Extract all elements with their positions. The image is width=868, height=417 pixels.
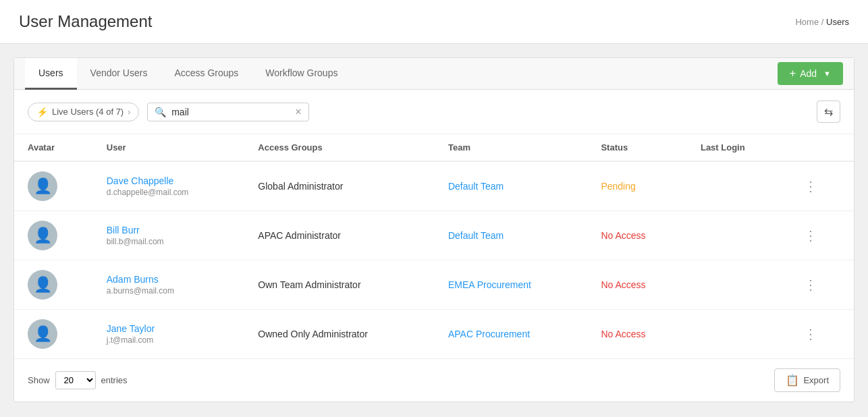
user-name[interactable]: Jane Taylor bbox=[107, 323, 232, 334]
user-email: d.chappelle@mail.com bbox=[107, 188, 232, 197]
cell-team: APAC Procurement bbox=[435, 310, 587, 359]
team-link[interactable]: EMEA Procurement bbox=[448, 279, 531, 290]
row-more-button[interactable]: ⋮ bbox=[800, 177, 821, 196]
table-body: 👤 Dave Chappelle d.chappelle@mail.com Gl… bbox=[14, 161, 854, 358]
cell-status: No Access bbox=[587, 310, 687, 359]
cell-status: No Access bbox=[587, 211, 687, 260]
user-email: bill.b@mail.com bbox=[107, 237, 232, 246]
col-actions bbox=[786, 134, 854, 161]
tabs-bar: Users Vendor Users Access Groups Workflo… bbox=[14, 58, 854, 90]
user-avatar-icon: 👤 bbox=[34, 325, 52, 343]
row-more-button[interactable]: ⋮ bbox=[800, 226, 821, 245]
page-header: User Management Home / Users bbox=[0, 0, 868, 44]
cell-last-login bbox=[687, 211, 786, 260]
table-row: 👤 Bill Burr bill.b@mail.com APAC Adminis… bbox=[14, 211, 854, 260]
main-content: Users Vendor Users Access Groups Workflo… bbox=[13, 57, 855, 402]
breadcrumb-home[interactable]: Home bbox=[795, 17, 819, 27]
cell-last-login bbox=[687, 310, 786, 359]
chevron-down-icon: ▼ bbox=[823, 70, 831, 78]
clear-search-button[interactable]: × bbox=[295, 107, 301, 117]
cell-actions: ⋮ bbox=[786, 310, 854, 359]
cell-avatar: 👤 bbox=[14, 310, 93, 359]
cell-user: Jane Taylor j.t@mail.com bbox=[93, 310, 245, 359]
tab-workflow-groups[interactable]: Workflow Groups bbox=[252, 58, 351, 90]
cell-access-group: APAC Administrator bbox=[244, 211, 435, 260]
col-user: User bbox=[93, 134, 245, 161]
avatar: 👤 bbox=[28, 270, 57, 300]
cell-status: No Access bbox=[587, 260, 687, 310]
table-row: 👤 Jane Taylor j.t@mail.com Owned Only Ad… bbox=[14, 310, 854, 359]
cell-actions: ⋮ bbox=[786, 260, 854, 310]
breadcrumb-current: Users bbox=[826, 17, 849, 27]
team-link[interactable]: Default Team bbox=[448, 181, 504, 192]
export-file-icon: 📋 bbox=[786, 374, 799, 387]
cell-team: Default Team bbox=[435, 161, 587, 211]
cell-last-login bbox=[687, 161, 786, 211]
col-access-groups: Access Groups bbox=[244, 134, 435, 161]
cell-team: Default Team bbox=[435, 211, 587, 260]
user-name[interactable]: Bill Burr bbox=[107, 225, 232, 235]
entries-select[interactable]: 20 10 50 100 bbox=[55, 371, 96, 389]
tab-access-groups[interactable]: Access Groups bbox=[161, 58, 252, 90]
col-avatar: Avatar bbox=[14, 134, 93, 161]
status-badge: No Access bbox=[601, 329, 645, 339]
show-entries: Show 20 10 50 100 entries bbox=[28, 371, 128, 389]
status-badge: No Access bbox=[601, 230, 645, 241]
search-box: 🔍 × bbox=[147, 103, 308, 121]
avatar: 👤 bbox=[28, 171, 57, 201]
user-email: j.t@mail.com bbox=[107, 335, 232, 345]
status-badge: No Access bbox=[601, 279, 645, 290]
cell-avatar: 👤 bbox=[14, 260, 93, 310]
row-more-button[interactable]: ⋮ bbox=[800, 275, 821, 294]
bolt-icon: ⚡ bbox=[36, 107, 48, 117]
add-button-label: Add bbox=[800, 68, 817, 79]
live-users-filter[interactable]: ⚡ Live Users (4 of 7) › bbox=[28, 103, 139, 121]
live-users-label: Live Users (4 of 7) bbox=[52, 107, 124, 117]
col-last-login: Last Login bbox=[687, 134, 786, 161]
avatar: 👤 bbox=[28, 221, 57, 250]
cell-avatar: 👤 bbox=[14, 161, 93, 211]
search-icon: 🔍 bbox=[155, 107, 166, 117]
avatar: 👤 bbox=[28, 319, 57, 349]
cell-avatar: 👤 bbox=[14, 211, 93, 260]
col-status: Status bbox=[587, 134, 687, 161]
cell-user: Bill Burr bill.b@mail.com bbox=[93, 211, 245, 260]
user-avatar-icon: 👤 bbox=[34, 227, 52, 244]
page-title: User Management bbox=[19, 12, 152, 31]
team-link[interactable]: APAC Procurement bbox=[448, 329, 530, 339]
breadcrumb: Home / Users bbox=[795, 17, 849, 27]
plus-icon: + bbox=[790, 67, 796, 80]
export-button[interactable]: 📋 Export bbox=[774, 368, 840, 392]
export-label: Export bbox=[803, 375, 829, 385]
cell-user: Dave Chappelle d.chappelle@mail.com bbox=[93, 161, 245, 211]
user-email: a.burns@mail.com bbox=[107, 286, 232, 296]
entries-label: entries bbox=[101, 375, 128, 385]
chevron-right-icon: › bbox=[128, 107, 130, 117]
row-more-button[interactable]: ⋮ bbox=[800, 325, 821, 343]
export-icon-button[interactable]: ⇆ bbox=[817, 101, 840, 123]
table-header: Avatar User Access Groups Team Status La… bbox=[14, 134, 854, 161]
add-button[interactable]: + Add ▼ bbox=[778, 62, 843, 85]
cell-access-group: Own Team Administrator bbox=[244, 260, 435, 310]
status-badge: Pending bbox=[601, 181, 635, 192]
tabs-list: Users Vendor Users Access Groups Workflo… bbox=[25, 58, 351, 89]
show-label: Show bbox=[28, 375, 50, 385]
breadcrumb-separator: / bbox=[821, 17, 824, 27]
toolbar: ⚡ Live Users (4 of 7) › 🔍 × ⇆ bbox=[14, 90, 854, 134]
cell-status: Pending bbox=[587, 161, 687, 211]
cell-actions: ⋮ bbox=[786, 211, 854, 260]
user-name[interactable]: Adam Burns bbox=[107, 274, 232, 285]
cell-team: EMEA Procurement bbox=[435, 260, 587, 310]
table-row: 👤 Dave Chappelle d.chappelle@mail.com Gl… bbox=[14, 161, 854, 211]
toolbar-left: ⚡ Live Users (4 of 7) › 🔍 × bbox=[28, 103, 309, 121]
cell-actions: ⋮ bbox=[786, 161, 854, 211]
tab-vendor-users[interactable]: Vendor Users bbox=[77, 58, 161, 90]
user-avatar-icon: 👤 bbox=[34, 177, 52, 195]
tab-users[interactable]: Users bbox=[25, 58, 77, 90]
table-row: 👤 Adam Burns a.burns@mail.com Own Team A… bbox=[14, 260, 854, 310]
cell-last-login bbox=[687, 260, 786, 310]
cell-user: Adam Burns a.burns@mail.com bbox=[93, 260, 245, 310]
search-input[interactable] bbox=[171, 107, 290, 117]
team-link[interactable]: Default Team bbox=[448, 230, 504, 241]
user-name[interactable]: Dave Chappelle bbox=[107, 175, 232, 186]
